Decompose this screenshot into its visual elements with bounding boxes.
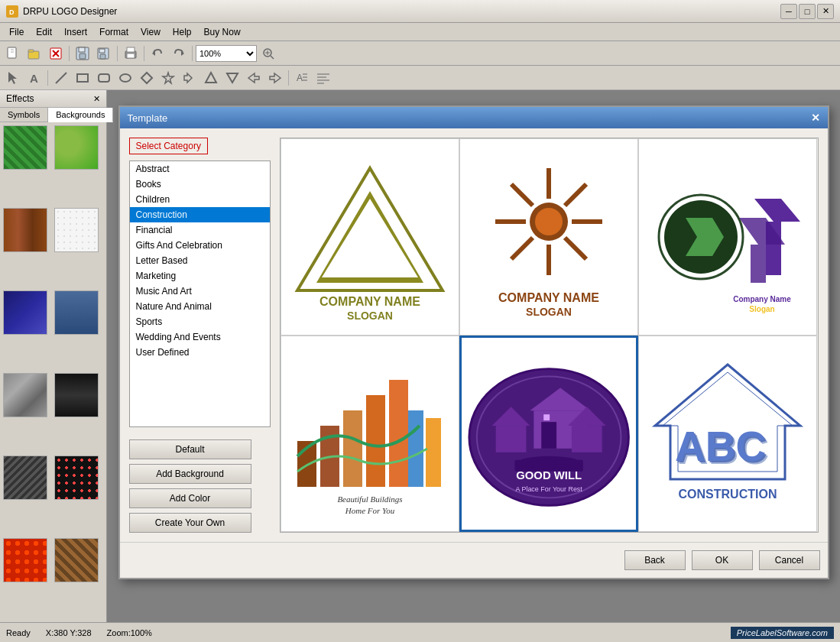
template-6[interactable]: ABC ABC ABC CONSTRUCTION <box>638 336 817 533</box>
svg-text:Slogan: Slogan <box>750 305 775 313</box>
svg-rect-15 <box>100 54 105 59</box>
template-1[interactable]: COMPANY NAME SLOGAN <box>281 138 459 336</box>
bg-thumb-2[interactable] <box>54 125 99 170</box>
svg-line-58 <box>511 184 533 206</box>
cat-financial[interactable]: Financial <box>130 222 270 238</box>
text-button[interactable]: A <box>24 69 44 87</box>
bg-thumb-7[interactable] <box>3 373 47 417</box>
svg-rect-86 <box>572 426 602 452</box>
svg-marker-48 <box>322 199 418 277</box>
template-4[interactable]: Beautiful Buildings Home For You <box>281 336 459 533</box>
undo-button[interactable] <box>148 44 167 63</box>
maximize-button[interactable]: □ <box>799 4 816 19</box>
svg-rect-6 <box>28 50 34 52</box>
cat-sports[interactable]: Sports <box>130 314 270 329</box>
right-arrow-button[interactable] <box>244 69 264 87</box>
down-triangle-button[interactable] <box>222 69 242 87</box>
print-button[interactable] <box>121 44 141 63</box>
menu-buynow[interactable]: Buy Now <box>198 25 247 39</box>
template-3[interactable]: Company Name Slogan <box>638 138 817 336</box>
bg-thumb-8[interactable] <box>54 373 99 417</box>
rect-button[interactable] <box>73 69 92 87</box>
cat-nature[interactable]: Nature And Animal <box>130 299 270 314</box>
close-app-button[interactable]: ✕ <box>817 4 834 19</box>
status-bar: Ready X:380 Y:328 Zoom:100% PriceLabelSo… <box>0 622 840 642</box>
default-button[interactable]: Default <box>129 439 251 459</box>
rounded-rect-button[interactable] <box>94 69 114 87</box>
zoom-select[interactable]: 100% 75% 150% 200% <box>196 45 257 62</box>
bg-thumb-1[interactable] <box>3 125 47 170</box>
add-color-button[interactable]: Add Color <box>129 488 251 508</box>
open-button[interactable] <box>24 44 44 63</box>
zoom-in-button[interactable] <box>258 44 278 63</box>
star-button[interactable] <box>158 69 178 87</box>
bg-thumb-4[interactable] <box>54 208 99 252</box>
cat-letter-based[interactable]: Letter Based <box>130 253 270 268</box>
svg-rect-75 <box>408 410 423 487</box>
bg-thumb-12[interactable] <box>54 538 99 582</box>
redo-button[interactable] <box>169 44 189 63</box>
triangle-button[interactable] <box>201 69 221 87</box>
cat-marketing[interactable]: Marketing <box>130 268 270 284</box>
cat-construction[interactable]: Construction <box>130 207 270 222</box>
bg-thumb-10[interactable] <box>54 456 99 500</box>
cancel-button[interactable]: Cancel <box>759 550 820 570</box>
effects-header: Effects ✕ <box>0 90 106 108</box>
menu-file[interactable]: File <box>3 25 30 39</box>
menu-help[interactable]: Help <box>167 25 198 39</box>
save-all-button[interactable] <box>94 44 114 63</box>
circle-button[interactable] <box>115 69 135 87</box>
align-left-button[interactable] <box>313 69 333 87</box>
back-button[interactable]: Back <box>624 550 686 570</box>
template-5[interactable]: GOOD WILL A Place For Your Rest <box>459 336 638 533</box>
dialog-close-button[interactable]: ✕ <box>811 112 820 124</box>
svg-line-52 <box>565 184 586 206</box>
app-title: DRPU LOGO Designer <box>23 6 117 17</box>
save-button[interactable] <box>73 44 92 63</box>
cat-abstract[interactable]: Abstract <box>130 161 270 177</box>
minimize-button[interactable]: ─ <box>780 4 797 19</box>
tab-backgrounds[interactable]: Backgrounds <box>48 108 113 122</box>
cat-children[interactable]: Children <box>130 192 270 207</box>
new-button[interactable] <box>3 44 23 63</box>
menu-edit[interactable]: Edit <box>30 25 58 39</box>
tab-symbols[interactable]: Symbols <box>0 108 48 122</box>
svg-rect-12 <box>79 54 86 59</box>
menu-format[interactable]: Format <box>93 25 135 39</box>
cat-gifts[interactable]: Gifts And Celebration <box>130 238 270 253</box>
svg-text:A Place For Your Rest: A Place For Your Rest <box>515 486 582 494</box>
text-style-button[interactable]: A <box>292 69 312 87</box>
title-controls[interactable]: ─ □ ✕ <box>780 4 834 19</box>
effects-close-icon[interactable]: ✕ <box>93 94 100 104</box>
menu-view[interactable]: View <box>135 25 167 39</box>
add-background-button[interactable]: Add Background <box>129 464 251 484</box>
cat-music[interactable]: Music And Art <box>130 284 270 299</box>
main-area: Effects ✕ Symbols Backgrounds <box>0 90 840 622</box>
bg-thumb-11[interactable] <box>3 538 47 582</box>
template-2[interactable]: COMPANY NAME SLOGAN <box>459 138 638 336</box>
toolbar-2: A A <box>0 66 840 90</box>
svg-line-27 <box>56 73 66 83</box>
arrow-button[interactable] <box>180 69 199 87</box>
line-button[interactable] <box>51 69 71 87</box>
bg-thumb-6[interactable] <box>54 290 99 335</box>
svg-rect-2 <box>8 47 16 58</box>
left-arrow-button[interactable] <box>265 69 285 87</box>
bg-thumb-5[interactable] <box>3 290 47 335</box>
cat-books[interactable]: Books <box>130 177 270 192</box>
cat-wedding[interactable]: Wedding And Events <box>130 329 270 345</box>
menu-insert[interactable]: Insert <box>58 25 93 39</box>
dialog-overlay: Template ✕ Select Category Abstract Book… <box>107 90 840 602</box>
create-your-own-button[interactable]: Create Your Own <box>129 513 251 533</box>
svg-point-60 <box>535 208 563 235</box>
close-button[interactable] <box>46 44 66 63</box>
bg-thumb-3[interactable] <box>3 208 47 252</box>
diamond-button[interactable] <box>137 69 157 87</box>
svg-rect-84 <box>496 426 527 452</box>
category-list[interactable]: Abstract Books Children Construction Fin… <box>129 160 271 427</box>
effects-title: Effects <box>6 93 34 104</box>
ok-button[interactable]: OK <box>692 550 753 570</box>
cat-user-defined[interactable]: User Defined <box>130 345 270 360</box>
select-button[interactable] <box>3 69 23 87</box>
bg-thumb-9[interactable] <box>3 456 47 500</box>
